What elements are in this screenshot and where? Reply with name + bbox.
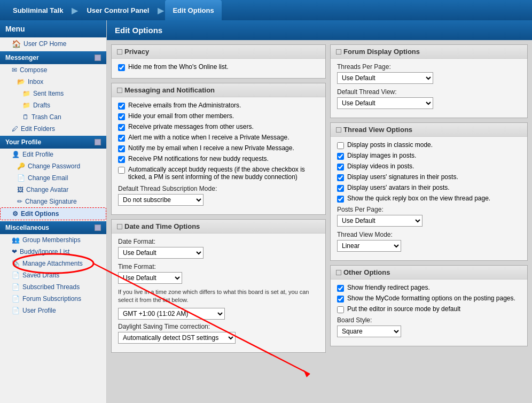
msg-checkbox-4[interactable] bbox=[118, 145, 125, 152]
thread-view-panel: Thread View Options Display posts in cla… bbox=[330, 122, 528, 261]
msg-checkbox-1[interactable] bbox=[118, 113, 125, 120]
edit-options-label: Edit Options bbox=[21, 210, 59, 218]
sidebar-item-change-signature[interactable]: ✏ Change Signature bbox=[0, 196, 106, 207]
sidebar-item-edit-options[interactable]: ⚙ Edit Options bbox=[0, 207, 106, 220]
msg-checkbox-0[interactable] bbox=[118, 103, 125, 110]
privacy-panel-title: Privacy bbox=[112, 45, 325, 59]
msg-checkbox-3[interactable] bbox=[118, 135, 125, 142]
board-style-select[interactable]: Square Default bbox=[337, 326, 401, 337]
tv-checkbox-5[interactable] bbox=[337, 196, 344, 203]
sidebar-item-inbox[interactable]: 📂 Inbox bbox=[0, 76, 106, 88]
msg-checkbox-2[interactable] bbox=[118, 124, 125, 131]
timezone-select[interactable]: GMT +1:00 (11:02 AM) bbox=[118, 308, 225, 320]
sidebar-item-manage-attachments[interactable]: 📎 Manage Attachments bbox=[0, 258, 106, 269]
privacy-panel-body: Hide me from the Who's Online list. bbox=[112, 59, 325, 78]
tv-checkbox-1[interactable] bbox=[337, 153, 344, 160]
sidebar-item-subscribed-threads[interactable]: 📄 Subscribed Threads bbox=[0, 281, 106, 293]
messenger-label: Messenger bbox=[5, 54, 39, 61]
attachments-label: Manage Attachments bbox=[22, 260, 83, 267]
inbox-label: Inbox bbox=[28, 78, 43, 86]
oo-checkbox-1[interactable] bbox=[337, 296, 344, 303]
attachments-icon: 📎 bbox=[12, 260, 20, 267]
subscription-mode-group: Default Thread Subscription Mode: Do not… bbox=[118, 185, 319, 206]
forum-display-panel: Forum Display Options Threads Per Page: … bbox=[330, 44, 528, 118]
sidebar-item-edit-profile[interactable]: 👤 Edit Profile bbox=[0, 149, 106, 160]
main-layout: Menu 🏠 User CP Home Messenger ✉ Compose … bbox=[0, 20, 532, 403]
tv-label-5: Show the quick reply box on the view thr… bbox=[347, 195, 490, 202]
thread-view-mode-select[interactable]: Linear Threaded Hybrid bbox=[337, 240, 401, 252]
msg-field-1: Hide your email from other members. bbox=[118, 112, 319, 120]
sidebar-section-your-profile[interactable]: Your Profile bbox=[0, 136, 106, 149]
tv-field-4: Display users' avatars in their posts. bbox=[337, 184, 521, 192]
date-format-select[interactable]: Use Default bbox=[118, 247, 204, 259]
thread-view-mode-row: Linear Threaded Hybrid bbox=[337, 240, 521, 252]
tv-checkbox-0[interactable] bbox=[337, 142, 344, 149]
sidebar-item-drafts[interactable]: 📁 Drafts bbox=[0, 99, 106, 111]
sidebar-section-messenger[interactable]: Messenger bbox=[0, 51, 106, 64]
posts-per-page-select[interactable]: Use Default bbox=[337, 215, 423, 227]
msg-checkbox-6[interactable] bbox=[118, 167, 125, 174]
content-body: Privacy Hide me from the Who's Online li… bbox=[107, 40, 532, 357]
edit-profile-label: Edit Profile bbox=[22, 151, 53, 158]
default-thread-view-label: Default Thread View: bbox=[337, 88, 521, 96]
sidebar-item-sent[interactable]: 📁 Sent Items bbox=[0, 88, 106, 99]
msg-checkbox-5[interactable] bbox=[118, 156, 125, 163]
sidebar-item-saved-drafts[interactable]: 📄 Saved Drafts bbox=[0, 269, 106, 281]
thread-view-mode-label: Thread View Mode: bbox=[337, 231, 521, 238]
change-password-label: Change Password bbox=[28, 162, 80, 170]
default-thread-view-select[interactable]: Use Default bbox=[337, 97, 433, 109]
content-header: Edit Options bbox=[107, 20, 532, 40]
tv-checkbox-4[interactable] bbox=[337, 185, 344, 192]
nav-user-control-panel[interactable]: User Control Panel bbox=[79, 0, 157, 20]
sidebar-item-trash[interactable]: 🗒 Trash Can bbox=[0, 111, 106, 123]
tv-checkbox-3[interactable] bbox=[337, 174, 344, 181]
subscription-mode-dropdown-row: Do not subscribe No email notification I… bbox=[118, 194, 319, 206]
oo-label-2: Put the editor in source mode by default bbox=[347, 305, 460, 313]
date-format-dropdown-row: Use Default bbox=[118, 247, 319, 259]
board-style-label: Board Style: bbox=[337, 316, 521, 324]
sidebar-item-change-email[interactable]: 📄 Change Email bbox=[0, 172, 106, 184]
dst-dropdown-row: Automatically detect DST settings Disabl… bbox=[118, 332, 319, 344]
msg-field-4: Notify me by email when I receive a new … bbox=[118, 144, 319, 152]
oo-checkbox-0[interactable] bbox=[337, 285, 344, 292]
drafts-label: Drafts bbox=[33, 102, 50, 109]
sidebar-item-forum-subscriptions[interactable]: 📄 Forum Subscriptions bbox=[0, 293, 106, 305]
sidebar-item-change-password[interactable]: 🔑 Change Password bbox=[0, 160, 106, 172]
sent-label: Sent Items bbox=[33, 90, 64, 97]
compose-icon: ✉ bbox=[12, 66, 17, 74]
sidebar-item-usercp[interactable]: 🏠 User CP Home bbox=[0, 37, 106, 50]
messaging-panel-title: Messaging and Notification bbox=[112, 83, 325, 97]
change-password-icon: 🔑 bbox=[17, 162, 25, 170]
tv-label-1: Display images in posts. bbox=[347, 152, 416, 159]
sidebar-item-edit-folders[interactable]: 🖊 Edit Folders bbox=[0, 123, 106, 135]
change-avatar-label: Change Avatar bbox=[26, 186, 68, 193]
sidebar-item-buddy-ignore[interactable]: ❤ Buddy/Ignore List bbox=[0, 246, 106, 258]
oo-field-0: Show friendly redirect pages. bbox=[337, 284, 521, 292]
nav-subliminal-talk[interactable]: Subliminal Talk bbox=[5, 0, 71, 20]
sidebar-section-misc[interactable]: Miscellaneous bbox=[0, 221, 106, 234]
timezone-note: If you live in a time zone which differs… bbox=[118, 288, 319, 305]
sidebar-item-group-memberships[interactable]: 👥 Group Memberships bbox=[0, 234, 106, 246]
misc-label: Miscellaneous bbox=[5, 224, 49, 231]
tv-checkbox-2[interactable] bbox=[337, 164, 344, 170]
threads-per-page-label: Threads Per Page: bbox=[337, 63, 521, 71]
messenger-toggle-icon bbox=[95, 55, 101, 61]
oo-checkbox-2[interactable] bbox=[337, 306, 344, 313]
thread-view-body: Display posts in classic mode. Display i… bbox=[331, 137, 527, 260]
sidebar-item-change-avatar[interactable]: 🖼 Change Avatar bbox=[0, 184, 106, 196]
date-format-group: Date Format: Use Default bbox=[118, 238, 319, 259]
oo-field-2: Put the editor in source mode by default bbox=[337, 305, 521, 313]
nav-edit-options[interactable]: Edit Options bbox=[165, 0, 221, 20]
content-right: Forum Display Options Threads Per Page: … bbox=[330, 44, 528, 353]
change-email-icon: 📄 bbox=[17, 174, 25, 182]
user-profile-label: User Profile bbox=[22, 307, 56, 314]
dst-select[interactable]: Automatically detect DST settings Disabl… bbox=[118, 332, 236, 344]
content-title: Edit Options bbox=[115, 26, 162, 35]
sidebar-item-user-profile[interactable]: 📄 User Profile bbox=[0, 305, 106, 316]
subscription-mode-select[interactable]: Do not subscribe No email notification I… bbox=[118, 194, 204, 206]
privacy-hide-online-checkbox[interactable] bbox=[118, 64, 125, 71]
your-profile-label: Your Profile bbox=[5, 138, 41, 146]
time-format-select[interactable]: Use Default bbox=[118, 272, 182, 284]
sidebar-item-compose[interactable]: ✉ Compose bbox=[0, 64, 106, 76]
threads-per-page-select[interactable]: Use Default bbox=[337, 72, 433, 84]
